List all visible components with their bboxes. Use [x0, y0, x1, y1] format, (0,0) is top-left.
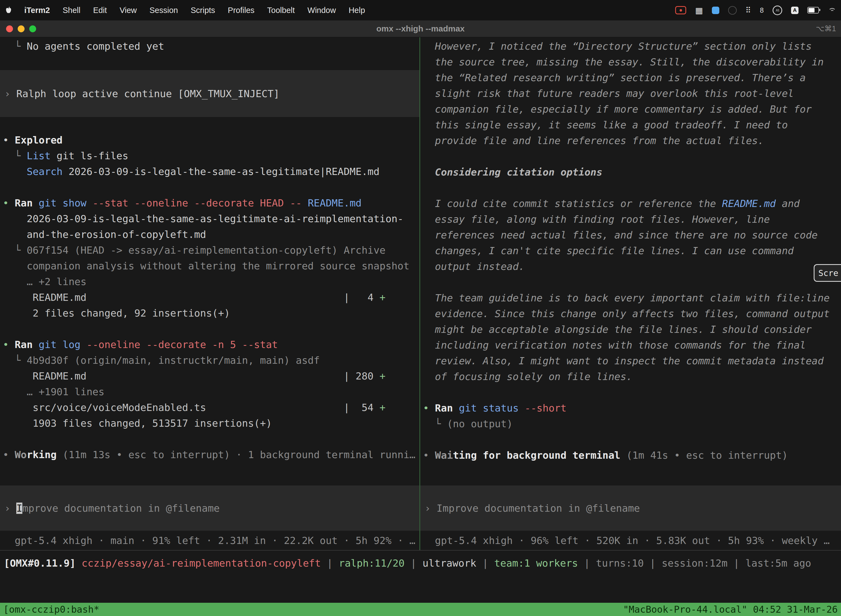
terminal-line: output instead.	[420, 259, 841, 274]
music-icon[interactable]	[728, 6, 737, 15]
text-segment: README.md | 280	[3, 370, 379, 382]
terminal-line: companion analysis without altering the …	[0, 258, 419, 274]
text-segment: and-the-erosion-of-copyleft.md	[3, 229, 206, 240]
text-segment: git ls-files	[50, 150, 128, 161]
screen-recording-icon[interactable]	[675, 6, 686, 14]
text-segment: slight risk that future readers may over…	[423, 88, 794, 99]
terminal-line: • Waiting for background terminal (1m 41…	[420, 447, 841, 463]
right-pane[interactable]: However, I noticed the “Directory Struct…	[420, 37, 841, 550]
terminal-line: provide file and line references from th…	[420, 133, 841, 148]
terminal-line: of focusing solely on file lines.	[420, 369, 841, 384]
terminal-line: • Working (11m 13s • esc to interrupt) ·…	[0, 447, 419, 462]
text-segment: [OMX#0.11.9]	[4, 557, 82, 569]
window-title: omx --xhigh --madmax	[377, 24, 464, 34]
zoom-button[interactable]	[29, 25, 36, 32]
text-segment: I	[16, 503, 22, 514]
text-segment: gpt-5.4 xhigh · main · 91% left · 2.31M …	[3, 535, 416, 546]
keyboard-8-icon[interactable]: 8	[760, 6, 764, 14]
text-segment: … +1901 lines	[3, 386, 104, 397]
terminal-line: 1903 files changed, 513517 insertions(+)	[0, 415, 419, 431]
terminal-line: The team guideline is to back every impo…	[420, 290, 841, 306]
terminal-line: references need actual files, and since …	[420, 227, 841, 243]
text-segment: +	[379, 402, 385, 413]
text-segment: └	[3, 41, 27, 52]
text-segment: +	[379, 370, 385, 382]
text-segment: output instead.	[423, 261, 525, 272]
menu-item-toolbelt[interactable]: Toolbelt	[267, 6, 294, 15]
text-segment: 1903 files changed, 513517 insertions(+)	[3, 418, 272, 429]
right-pane-status-line: gpt-5.4 xhigh · 96% left · 520K in · 5.8…	[420, 532, 841, 549]
apple-menu[interactable]	[6, 7, 12, 14]
text-segment: the source tree, missing the essay. Stil…	[423, 56, 823, 67]
text-segment: |	[404, 557, 422, 569]
tmux-host-time-label: "MacBook-Pro-44.local" 04:52 31-Mar-26	[623, 604, 838, 615]
text-segment: 2026-03-09-is-legal-the-same-as-legitima…	[3, 213, 403, 224]
text-segment: ultrawork	[422, 557, 476, 569]
menu-item-view[interactable]: View	[119, 6, 136, 15]
close-button[interactable]	[6, 25, 13, 32]
bottom-filler	[0, 576, 841, 603]
terminal-line: slight risk that future readers may over…	[420, 85, 841, 101]
raycast-icon[interactable]	[712, 7, 719, 14]
text-segment	[3, 166, 27, 177]
text-segment: Ran	[435, 402, 453, 414]
terminal-line: 2 files changed, 92 insertions(+)	[0, 305, 419, 321]
menu-item-iterm2[interactable]: iTerm2	[24, 6, 50, 15]
wifi-icon[interactable]	[828, 7, 835, 13]
screenshot-overlay-button[interactable]: Scre	[814, 264, 841, 282]
menu-item-help[interactable]: Help	[349, 6, 365, 15]
diffstat-line: README.md | 280 +	[0, 368, 419, 384]
text-segment: ›	[4, 503, 16, 514]
terminal-line: └ 4b9d30f (origin/main, instructkr/main,…	[0, 352, 419, 368]
text-segment: Search	[27, 166, 63, 177]
omx-status-bar: [OMX#0.11.9] cczip/essay/ai-reimplementa…	[0, 550, 841, 576]
menu-item-edit[interactable]: Edit	[93, 6, 107, 15]
title-bar[interactable]: omx --xhigh --madmax ⌥⌘1	[0, 21, 841, 37]
text-segment: src/voice/voiceModeEnabled.ts | 54	[3, 402, 379, 413]
text-segment: Wo	[15, 449, 26, 461]
text-segment: Improve documentation in @filename	[437, 503, 640, 514]
text-segment: turns:10 | session:12m | last:5m ago	[596, 557, 811, 569]
text-segment: … +2 lines	[3, 276, 86, 287]
text-segment: |	[476, 557, 494, 569]
dots-grid-icon[interactable]: ⠿	[746, 6, 751, 15]
left-pane[interactable]: └ No agents completed yet› Ralph loop ac…	[0, 37, 419, 550]
menu-item-scripts[interactable]: Scripts	[190, 6, 215, 15]
terminal-line: … +2 lines	[0, 274, 419, 289]
text-segment: Explored	[15, 134, 62, 146]
menu-status-icons: ▦⠿8.61A	[675, 6, 835, 15]
right-prompt-input[interactable]: › Improve documentation in @filename	[420, 485, 841, 531]
terminal-line: the “Related research writing” section i…	[420, 70, 841, 85]
text-segment: gpt-5.4 xhigh · 96% left · 520K in · 5.8…	[423, 535, 830, 546]
terminal-line: └ 067f154 (HEAD -> essay/ai-reimplementa…	[0, 242, 419, 258]
terminal-line: Considering citation options	[420, 164, 841, 180]
terminal-line: I could cite commit statistics or refere…	[420, 196, 841, 211]
terminal-line: and-the-erosion-of-copyleft.md	[0, 227, 419, 242]
text-segment: companion analysis without altering the …	[3, 260, 409, 271]
right-pane-scrollback: However, I noticed the “Directory Struct…	[420, 38, 841, 463]
battery-icon[interactable]	[807, 7, 819, 13]
terminal-line: review. Also, I might want to inspect th…	[420, 353, 841, 369]
battery-61-icon[interactable]: .61	[772, 6, 782, 15]
blank-line	[420, 274, 841, 290]
grid-icon[interactable]: ▦	[695, 6, 703, 15]
left-prompt-input[interactable]: › Improve documentation in @filename	[0, 485, 419, 531]
minimize-button[interactable]	[18, 25, 25, 32]
text-segment: --stat --oneline --decorate HEAD --	[86, 197, 302, 209]
input-source-icon[interactable]: A	[791, 7, 799, 14]
tmux-status-bar: [omx-cczip0:bash* "MacBook-Pro-44.local"…	[0, 603, 841, 616]
menu-item-shell[interactable]: Shell	[63, 6, 81, 15]
text-segment: However, I noticed the “Directory Struct…	[423, 41, 812, 52]
menu-item-profiles[interactable]: Profiles	[228, 6, 255, 15]
menu-item-session[interactable]: Session	[149, 6, 178, 15]
text-segment: README.md	[722, 198, 776, 209]
text-segment: (11m 13s • esc to interrupt) · 1 backgro…	[57, 449, 415, 461]
text-segment: the “Related research writing” section i…	[423, 72, 806, 84]
text-segment: I could cite commit statistics or refere…	[423, 198, 722, 209]
text-segment: of focusing solely on file lines.	[423, 371, 632, 382]
text-segment: might be acceptable alongside the file l…	[423, 324, 812, 335]
terminal-line: changes, I can't cite specific file line…	[420, 243, 841, 259]
terminal-line: However, I noticed the “Directory Struct…	[420, 38, 841, 54]
menu-item-window[interactable]: Window	[308, 6, 336, 15]
text-segment: including verification notes with those …	[423, 339, 806, 351]
